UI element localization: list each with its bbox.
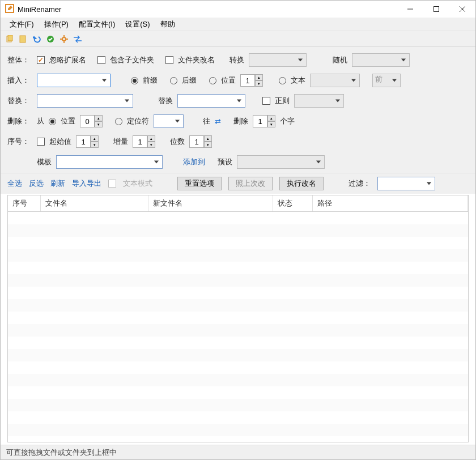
invert-link[interactable]: 反选 xyxy=(29,178,44,189)
template-label: 模板 xyxy=(37,157,52,167)
menu-config[interactable]: 配置文件(I) xyxy=(74,18,120,31)
insert-row: 插入： 前缀 后缀 位置 ▴▾ 文本 前 xyxy=(7,73,469,88)
replace-row: 替换： 替换 正则 xyxy=(7,93,469,108)
remove-position-spin[interactable]: ▴▾ xyxy=(80,115,103,127)
col-newname[interactable]: 新文件名 xyxy=(148,195,273,211)
col-path[interactable]: 路径 xyxy=(313,195,468,211)
include-sub-checkbox[interactable] xyxy=(97,56,105,64)
seq-start-spin[interactable]: ▴▾ xyxy=(76,135,99,148)
insert-suffix-radio[interactable] xyxy=(170,77,177,84)
remove-count-label: 删除 xyxy=(233,116,248,126)
table-row xyxy=(8,274,468,287)
remove-chars-label: 个字 xyxy=(280,116,295,126)
insert-text-label: 文本 xyxy=(291,75,305,86)
paste-icon[interactable] xyxy=(19,35,28,44)
insert-position-value[interactable] xyxy=(240,74,255,87)
regex-label: 正则 xyxy=(275,96,290,106)
spin-down[interactable]: ▾ xyxy=(267,121,275,127)
refresh-link[interactable]: 刷新 xyxy=(50,178,65,189)
table-row xyxy=(8,337,468,349)
table-row xyxy=(8,374,468,386)
replace-to-combo[interactable] xyxy=(177,94,245,108)
spin-up[interactable]: ▴ xyxy=(255,74,263,80)
spin-up[interactable]: ▴ xyxy=(204,135,212,142)
execute-button[interactable]: 执行改名 xyxy=(279,177,324,190)
copy-icon[interactable] xyxy=(5,35,14,44)
insert-prefix-radio[interactable] xyxy=(131,77,138,84)
insert-text-select[interactable] xyxy=(310,74,360,87)
insert-front-combo[interactable]: 前 xyxy=(372,74,401,87)
spin-up[interactable]: ▴ xyxy=(147,135,155,142)
seq-row: 序号： 起始值 ▴▾ 增量 ▴▾ 位数 ▴▾ xyxy=(7,134,469,149)
repeat-last-button[interactable]: 照上次改 xyxy=(228,177,273,190)
menu-file[interactable]: 文件(F) xyxy=(5,18,39,31)
seq-digits-label: 位数 xyxy=(170,137,185,147)
add-to-link[interactable]: 添加到 xyxy=(183,157,205,167)
rename-folder-checkbox[interactable] xyxy=(165,56,173,64)
replace-from-combo[interactable] xyxy=(37,94,133,108)
remove-position-value[interactable] xyxy=(80,115,95,127)
menu-settings[interactable]: 设置(S) xyxy=(121,18,154,31)
spin-up[interactable]: ▴ xyxy=(95,115,103,121)
replace-word-label: 替换 xyxy=(158,96,173,106)
convert-combo[interactable] xyxy=(249,53,307,67)
seq-step-value[interactable] xyxy=(133,135,147,148)
gear-icon[interactable] xyxy=(60,35,69,44)
spin-down[interactable]: ▾ xyxy=(204,142,212,148)
reset-button[interactable]: 重置选项 xyxy=(177,177,222,190)
insert-text-combo[interactable] xyxy=(37,74,110,87)
insert-position-radio[interactable] xyxy=(209,77,216,84)
menu-bar: 文件(F) 操作(P) 配置文件(I) 设置(S) 帮助 xyxy=(1,18,475,31)
insert-prefix-label: 前缀 xyxy=(143,75,158,86)
col-filename[interactable]: 文件名 xyxy=(41,195,148,211)
preset-combo[interactable] xyxy=(237,155,325,169)
spin-down[interactable]: ▾ xyxy=(255,80,263,87)
apply-icon[interactable] xyxy=(46,35,55,44)
remove-locator-radio[interactable] xyxy=(115,118,122,125)
seq-digits-spin[interactable]: ▴▾ xyxy=(189,135,212,148)
template-combo[interactable] xyxy=(56,155,163,169)
col-index[interactable]: 序号 xyxy=(8,195,41,211)
seq-step-spin[interactable]: ▴▾ xyxy=(133,135,155,148)
remove-count-spin[interactable]: ▴▾ xyxy=(253,115,275,127)
remove-position-radio[interactable] xyxy=(49,118,56,125)
spin-up[interactable]: ▴ xyxy=(91,135,99,142)
options-panel: 整体： 忽略扩展名 包含子文件夹 文件夹改名 转换 随机 插入： 前缀 后缀 位… xyxy=(1,47,475,173)
col-status[interactable]: 状态 xyxy=(273,195,313,211)
minimize-button[interactable] xyxy=(397,1,423,18)
close-button[interactable] xyxy=(449,1,475,18)
preset-label: 预设 xyxy=(218,157,232,167)
regex-checkbox[interactable] xyxy=(262,97,270,105)
table-row xyxy=(8,237,468,249)
text-mode-checkbox[interactable] xyxy=(108,180,116,188)
random-combo[interactable] xyxy=(352,53,410,67)
seq-digits-value[interactable] xyxy=(189,135,204,148)
action-bar: 全选 反选 刷新 导入导出 文本模式 重置选项 照上次改 执行改名 过滤： xyxy=(1,173,475,194)
remove-locator-combo[interactable] xyxy=(154,114,184,128)
undo-icon[interactable] xyxy=(32,35,41,44)
remove-count-value[interactable] xyxy=(253,115,267,127)
swap-icon[interactable] xyxy=(73,35,82,44)
insert-text-radio[interactable] xyxy=(279,77,286,84)
table-row xyxy=(8,386,468,399)
maximize-button[interactable] xyxy=(423,1,449,18)
file-table[interactable]: 序号 文件名 新文件名 状态 路径 xyxy=(7,195,469,442)
menu-operate[interactable]: 操作(P) xyxy=(40,18,73,31)
spin-down[interactable]: ▾ xyxy=(91,142,99,148)
seq-label: 序号： xyxy=(7,137,32,147)
insert-position-label: 位置 xyxy=(221,75,236,86)
spin-up[interactable]: ▴ xyxy=(267,115,275,121)
seq-start-value[interactable] xyxy=(76,135,91,148)
spin-down[interactable]: ▾ xyxy=(95,121,103,127)
seq-start-checkbox[interactable] xyxy=(37,138,45,146)
direction-arrow-icon[interactable]: ⇄ xyxy=(215,117,221,126)
import-export-link[interactable]: 导入导出 xyxy=(72,178,101,189)
insert-position-spin[interactable]: ▴▾ xyxy=(240,74,263,87)
filter-combo[interactable] xyxy=(377,177,435,190)
select-all-link[interactable]: 全选 xyxy=(7,178,22,189)
regex-combo[interactable] xyxy=(294,94,344,108)
ignore-ext-checkbox[interactable] xyxy=(37,56,45,64)
menu-help[interactable]: 帮助 xyxy=(156,18,180,31)
seq-start-label: 起始值 xyxy=(49,137,71,147)
spin-down[interactable]: ▾ xyxy=(147,142,155,148)
